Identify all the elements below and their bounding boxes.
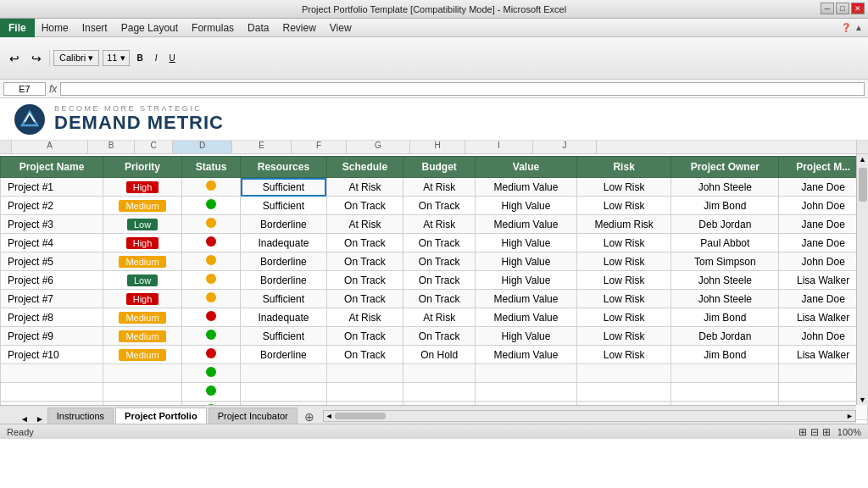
cell-schedule[interactable]: At Risk [326, 308, 403, 327]
cell-owner[interactable]: Jim Bond [671, 346, 779, 364]
cell-priority[interactable]: High [103, 178, 181, 197]
underline-button[interactable]: U [165, 51, 180, 65]
cell-owner[interactable]: Jim Bond [671, 197, 779, 215]
cell-resources[interactable]: Borderline [241, 215, 326, 234]
insert-menu[interactable]: Insert [75, 19, 114, 36]
h-scroll-left[interactable]: ◄ [324, 412, 335, 420]
cell-manager[interactable]: John Doe [779, 327, 868, 346]
cell-project-name[interactable]: Project #4 [1, 234, 103, 252]
undo-button[interactable]: ↩ [5, 49, 24, 68]
help-icon[interactable]: ❓ [841, 23, 851, 32]
cell-schedule[interactable]: On Track [326, 327, 403, 346]
cell-risk[interactable]: Low Risk [576, 271, 670, 290]
font-size-dropdown[interactable]: 11 ▾ [103, 50, 129, 66]
table-row[interactable]: Project #9 Medium Sufficient On Track On… [1, 327, 868, 346]
cell-risk[interactable]: Low Risk [576, 197, 670, 215]
cell-value[interactable]: High Value [476, 252, 577, 271]
cell-value[interactable]: Medium Value [476, 308, 577, 327]
cell-owner[interactable]: Tom Simpson [671, 252, 779, 271]
close-button[interactable]: ✕ [851, 3, 865, 14]
cell-value[interactable]: High Value [476, 271, 577, 290]
cell-manager[interactable]: Jane Doe [779, 215, 868, 234]
cell-project-name[interactable]: Project #9 [1, 327, 103, 346]
cell-owner[interactable]: John Steele [671, 271, 779, 290]
cell-value[interactable]: Medium Value [476, 178, 577, 197]
home-menu[interactable]: Home [35, 19, 75, 36]
cell-status[interactable] [182, 197, 241, 215]
table-row[interactable]: Project #2 Medium Sufficient On Track On… [1, 197, 868, 215]
cell-resources[interactable]: Sufficient [241, 327, 326, 346]
cell-status[interactable] [182, 308, 241, 327]
cell-status[interactable] [182, 271, 241, 290]
cell-priority[interactable]: Medium [103, 308, 181, 327]
cell-schedule[interactable]: On Track [326, 252, 403, 271]
view-normal-button[interactable]: ⊞ [798, 426, 807, 438]
cell-schedule[interactable]: On Track [326, 271, 403, 290]
cell-project-name[interactable]: Project #5 [1, 252, 103, 271]
cell-risk[interactable]: Low Risk [576, 290, 670, 308]
cell-owner[interactable]: John Steele [671, 290, 779, 308]
cell-manager[interactable]: John Doe [779, 252, 868, 271]
table-row[interactable]: Project #1 High Sufficient At Risk At Ri… [1, 178, 868, 197]
cell-priority[interactable]: Medium [103, 346, 181, 364]
cell-schedule[interactable]: On Track [326, 197, 403, 215]
cell-priority[interactable]: High [103, 290, 181, 308]
cell-priority[interactable]: Medium [103, 327, 181, 346]
view-page-break-button[interactable]: ⊞ [822, 426, 831, 438]
cell-status[interactable] [182, 327, 241, 346]
cell-schedule[interactable]: At Risk [326, 215, 403, 234]
cell-budget[interactable]: At Risk [403, 308, 476, 327]
cell-project-name[interactable]: Project #6 [1, 271, 103, 290]
window-controls[interactable]: ─ □ ✕ [821, 3, 865, 14]
cell-status[interactable] [182, 178, 241, 197]
cell-owner[interactable]: Paul Abbot [671, 234, 779, 252]
cell-owner[interactable]: Jim Bond [671, 308, 779, 327]
cell-resources[interactable]: Borderline [241, 252, 326, 271]
cell-schedule[interactable]: On Track [326, 346, 403, 364]
cell-value[interactable]: Medium Value [476, 215, 577, 234]
table-row[interactable]: Project #8 Medium Inadequate At Risk At … [1, 308, 868, 327]
tab-right-scroll[interactable]: ► [32, 414, 47, 424]
sheet-tab-incubator[interactable]: Project Incubator [209, 408, 298, 424]
cell-project-name[interactable]: Project #1 [1, 178, 103, 197]
vertical-scrollbar[interactable]: ▲ ▼ [856, 154, 868, 405]
cell-value[interactable]: High Value [476, 197, 577, 215]
font-name-dropdown[interactable]: Calibri ▾ [53, 50, 99, 66]
cell-reference-input[interactable] [3, 82, 46, 96]
cell-resources[interactable]: Sufficient [241, 178, 326, 197]
table-row[interactable]: Project #4 High Inadequate On Track On T… [1, 234, 868, 252]
cell-owner[interactable]: Deb Jordan [671, 215, 779, 234]
table-row[interactable]: Project #7 High Sufficient On Track On T… [1, 290, 868, 308]
review-menu[interactable]: Review [275, 19, 322, 36]
cell-resources[interactable]: Borderline [241, 271, 326, 290]
cell-priority[interactable]: High [103, 234, 181, 252]
cell-value[interactable]: Medium Value [476, 346, 577, 364]
view-layout-button[interactable]: ⊟ [810, 426, 819, 438]
cell-budget[interactable]: On Track [403, 271, 476, 290]
cell-risk[interactable]: Low Risk [576, 327, 670, 346]
cell-resources[interactable]: Sufficient [241, 290, 326, 308]
page-layout-menu[interactable]: Page Layout [114, 19, 185, 36]
cell-status[interactable] [182, 215, 241, 234]
h-scroll-right[interactable]: ► [844, 412, 855, 420]
cell-priority[interactable]: Medium [103, 252, 181, 271]
tab-left-scroll[interactable]: ◄ [17, 414, 32, 424]
cell-project-name[interactable]: Project #10 [1, 346, 103, 364]
cell-project-name[interactable]: Project #8 [1, 308, 103, 327]
bold-button[interactable]: B [133, 51, 147, 65]
cell-project-name[interactable]: Project #3 [1, 215, 103, 234]
table-row[interactable]: Project #10 Medium Borderline On Track O… [1, 346, 868, 364]
cell-value[interactable]: Medium Value [476, 290, 577, 308]
cell-budget[interactable]: On Hold [403, 346, 476, 364]
cell-budget[interactable]: On Track [403, 252, 476, 271]
cell-resources[interactable]: Inadequate [241, 308, 326, 327]
scroll-up-button[interactable]: ▲ [858, 154, 867, 164]
scroll-thumb[interactable] [859, 168, 867, 202]
cell-priority[interactable]: Medium [103, 197, 181, 215]
cell-project-name[interactable]: Project #2 [1, 197, 103, 215]
cell-status[interactable] [182, 290, 241, 308]
view-menu[interactable]: View [323, 19, 359, 36]
cell-budget[interactable]: At Risk [403, 215, 476, 234]
cell-budget[interactable]: On Track [403, 234, 476, 252]
cell-value[interactable]: High Value [476, 234, 577, 252]
